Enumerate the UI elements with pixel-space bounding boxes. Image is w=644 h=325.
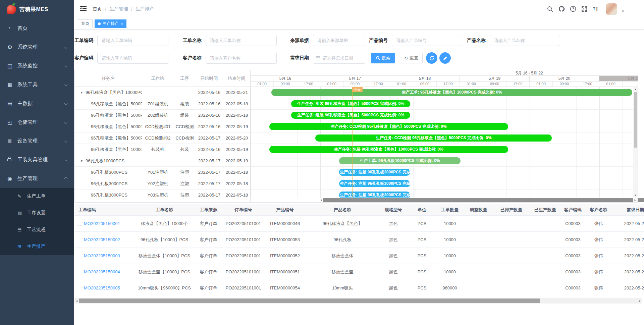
refresh-circle-button[interactable] <box>426 52 437 64</box>
sidebar-item-production[interactable]: ◉生产管理 <box>0 169 74 188</box>
workstation-cell: CCD检测#01 <box>142 124 174 130</box>
filter-input-产品编号[interactable] <box>392 35 462 46</box>
gantt-task-row[interactable]: 96孔移液盒【黑色】5000PCSZ02组装机组装2022-05-162022-… <box>75 110 250 121</box>
breadcrumb-item[interactable]: 生产管理 <box>109 6 128 12</box>
github-icon[interactable] <box>558 6 565 12</box>
filter-input-客户编码[interactable] <box>97 53 168 64</box>
gantt-bar[interactable]: 生产任务: 组装 96孔移液盒【黑色】5000PCS 完成比例: 0% <box>291 100 411 107</box>
scroll-right-icon[interactable]: ► <box>638 300 642 303</box>
expand-chevron-icon[interactable] <box>78 222 82 225</box>
fullscreen-icon[interactable] <box>581 6 588 12</box>
avatar-caret-icon[interactable]: ▾ <box>622 9 624 13</box>
gantt-task-row[interactable]: 96孔移液盒【黑色】5000PCSCCD检测#01CCD检测2022-05-16… <box>75 121 250 132</box>
filter-input-工单名称[interactable] <box>206 35 277 46</box>
breadcrumb-item[interactable]: 生产排产 <box>136 6 154 12</box>
orders-horizontal-scrollbar[interactable]: ◄ ► <box>74 298 642 304</box>
sidebar-item-warehouse[interactable]: ◰仓储管理 <box>0 113 74 131</box>
expand-chevron-icon[interactable] <box>78 270 82 273</box>
expand-triangle-icon[interactable]: ▼ <box>80 91 83 94</box>
gantt-horizontal-scrollbar[interactable]: ◄ <box>251 198 633 202</box>
user-avatar[interactable] <box>606 3 617 15</box>
sidebar-item-process-setting[interactable]: ▥工序设置 <box>0 205 74 221</box>
sidebar-item-work-order[interactable]: ✎生产工单 <box>0 188 74 205</box>
orders-hscroll-thumb[interactable] <box>79 299 540 303</box>
reset-button[interactable]: ↻重置 <box>400 53 423 63</box>
order-code-link[interactable]: MO202205150004 <box>84 269 120 274</box>
sidebar-item-scheduling[interactable]: ⊞生产排产 <box>0 238 74 255</box>
gantt-task-row[interactable]: 96孔孔板3000PCSY03注塑机注塑2022-05-172022-05-18 <box>75 189 250 198</box>
orders-hscroll-track[interactable] <box>540 299 638 303</box>
order-code-link[interactable]: MO202205150005 <box>84 285 120 290</box>
order-row[interactable]: MO202205150004移液盒盒盖【10000】PCS客户订单PO20220… <box>74 264 644 280</box>
sidebar-item-home[interactable]: ◔首页 <box>0 19 74 38</box>
gantt-task-row[interactable]: 96孔移液盒【黑色】5000PCSCCD检测#02CCD检测2022-05-17… <box>75 132 250 144</box>
gantt-bar[interactable]: 生产任务: 注塑 96孔孔板3000PCS 完成比例: 0% <box>339 169 410 176</box>
expand-chevron-icon[interactable] <box>78 286 82 289</box>
sidebar-item-master-data[interactable]: ▤主数据 <box>0 94 74 113</box>
order-row[interactable]: MO202205150003移液盒盒体【10000】PCS客户订单PO20220… <box>74 248 644 264</box>
sidebar-item-fixtures[interactable]: 工装夹具管理 <box>0 150 74 169</box>
order-row[interactable]: MO202205150001移液盒【黑色】10000个客户订单PO2022051… <box>74 216 644 232</box>
tab-生产排产[interactable]: 生产排产× <box>95 19 126 28</box>
tab-首页[interactable]: 首页 <box>78 19 93 28</box>
scroll-right-icon[interactable]: ► <box>633 198 638 202</box>
filter-input-工单编码[interactable] <box>97 35 168 46</box>
help-icon[interactable]: ? <box>570 6 576 12</box>
edit-circle-button[interactable] <box>439 52 451 64</box>
filter-input-产品名称[interactable] <box>490 35 560 46</box>
gantt-task-row[interactable]: ▼96孔孔板10000PCS2022-05-172022-05-19 <box>75 155 250 167</box>
filter-input-来源单据[interactable] <box>313 35 365 46</box>
gantt-bar[interactable]: 生产任务: 注塑 96孔孔板3000PCS 完成比例: 0% <box>339 192 410 198</box>
breadcrumb-item[interactable]: 首页 <box>93 6 102 12</box>
filter-label: 客户编码 <box>74 55 95 61</box>
sidebar-fold-icon[interactable] <box>80 6 87 12</box>
sidebar-item-equipment[interactable]: ≣设备管理 <box>0 131 74 150</box>
order-code-link[interactable]: MO202205150003 <box>84 253 120 258</box>
sidebar-item-system-monitor[interactable]: ◫系统监控 <box>0 56 74 75</box>
sidebar-item-system-tools[interactable]: ▦系统工具 <box>0 75 74 94</box>
order-code-link[interactable]: MO202205150002 <box>84 237 120 242</box>
gantt-bar[interactable]: 生产任务: 注塑 96孔孔板3000PCS 完成比例: 0% <box>339 180 410 187</box>
expand-chevron-icon[interactable] <box>78 238 82 241</box>
expand-chevron-icon[interactable] <box>78 254 82 257</box>
gantt-hscroll-thumb[interactable] <box>323 198 644 202</box>
order-cell-demand_date: 2022-05-20 <box>612 269 644 274</box>
gantt-task-row[interactable]: ▼96孔移液盒【黑色】10000PCS2022-05-162022-05-21 <box>75 87 250 98</box>
gantt-bar[interactable]: 生产工单: 96孔孔板10000PCS 完成比例: 0% <box>339 157 461 164</box>
sidebar-item-label: 生产排产 <box>27 243 46 250</box>
gantt-task-row[interactable]: 96孔孔板3000PCSY02注塑机注塑2022-05-172022-05-18 <box>75 178 250 189</box>
scroll-up-icon[interactable]: ▲ <box>633 87 638 92</box>
gantt-bar[interactable]: 生产任务: CCD检测 96孔移液盒【黑色】5000PCS 完成比例: 0% <box>315 134 552 142</box>
filter-input-客户名称[interactable] <box>206 53 277 64</box>
scroll-down-icon[interactable]: ▼ <box>633 193 638 198</box>
filter-input-需求日期[interactable] <box>313 53 365 64</box>
scroll-left-icon[interactable]: ◄ <box>74 300 79 303</box>
order-code-link[interactable]: MO202205150001 <box>84 221 120 226</box>
gantt-task-row[interactable]: 96孔孔板3000PCSY01注塑机注塑2022-05-172022-05-18 <box>75 167 250 178</box>
gantt-bar[interactable]: 生产任务: 组装 96孔移液盒【黑色】5000PCS 完成比例: 0% <box>291 112 411 119</box>
close-icon[interactable]: × <box>121 21 123 26</box>
order-cell-customer_code: C00003 <box>560 285 585 290</box>
search-icon[interactable] <box>547 6 553 12</box>
start-time-cell: 2022-05-16 <box>196 124 223 129</box>
fontsize-icon[interactable]: TT <box>592 6 599 12</box>
gantt-bar[interactable]: 生产工单: 96孔移液盒【黑色】10000PCS 完成比例: 0% <box>271 89 632 96</box>
gantt-task-row[interactable]: 96孔移液盒【黑色】10000PCS包装机包装2022-05-162022-05… <box>75 144 250 155</box>
sidebar-item-system-admin[interactable]: ⚙系统管理 <box>0 38 74 56</box>
sidebar-item-process-flow[interactable]: ☰工艺流程 <box>0 221 74 238</box>
gantt-vscroll-thumb[interactable] <box>634 92 637 148</box>
expand-triangle-icon[interactable]: ▼ <box>80 159 83 163</box>
gantt-vertical-scrollbar[interactable]: ▲ ▼ <box>633 87 638 198</box>
filter-label: 工单名称 <box>183 38 203 44</box>
production-icon: ◉ <box>7 175 17 182</box>
workstation-cell: Z02组装机 <box>142 112 174 118</box>
gantt-bar[interactable]: 生产任务: 包装 96孔移液盒【黑色】10000PCS 完成比例: 0% <box>269 146 508 153</box>
scroll-left-icon[interactable]: ◄ <box>319 199 323 202</box>
gantt-bar[interactable]: 生产任务: CCD检测 96孔移液盒【黑色】5000PCS 完成比例: 0% <box>269 123 508 130</box>
search-button[interactable]: 搜索 <box>371 53 395 63</box>
order-row[interactable]: MO20220515000510mm吸头【960000】PCS客户订单PO202… <box>74 280 644 296</box>
gantt-task-row[interactable]: 96孔移液盒【黑色】5000PCSZ01组装机组装2022-05-162022-… <box>75 98 250 110</box>
order-cell-product: 10mm吸头 <box>307 285 378 291</box>
orders-column-已生产数量: 已生产数量 <box>530 207 560 213</box>
order-row[interactable]: MO20220515000296孔孔板【10000】PCS客户订单PO20220… <box>74 232 644 248</box>
